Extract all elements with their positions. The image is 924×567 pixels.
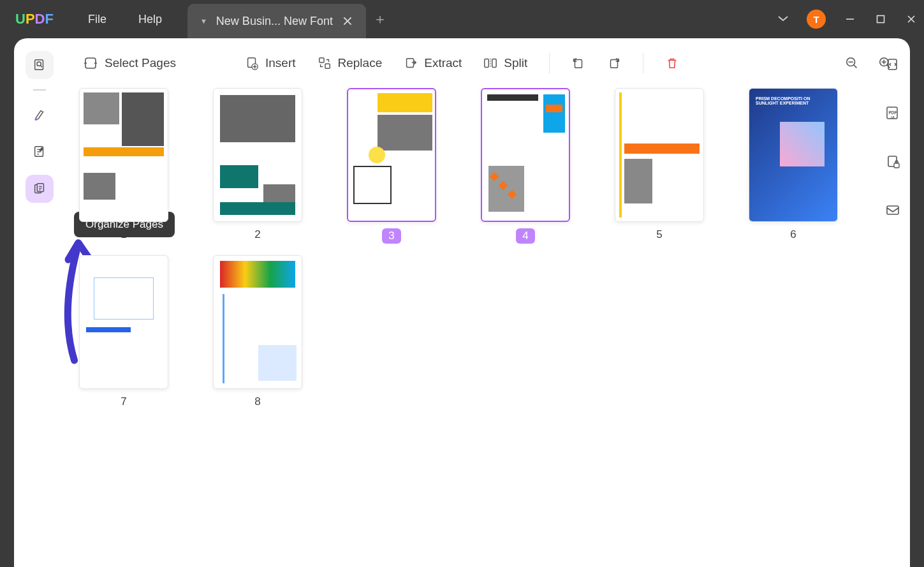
thumbnail-image — [213, 255, 302, 389]
insert-button[interactable]: Insert — [245, 56, 296, 70]
page-number: 5 — [656, 228, 662, 241]
right-sidebar: PDF/A — [874, 51, 911, 225]
insert-label: Insert — [265, 56, 296, 70]
chevron-down-icon[interactable]: ▼ — [200, 17, 207, 25]
select-pages-label: Select Pages — [105, 56, 176, 70]
page-number: 3 — [382, 228, 400, 244]
page-thumbnail[interactable]: 7 — [79, 255, 168, 408]
toolbar-separator — [643, 53, 643, 73]
select-pages-button[interactable]: Select Pages — [83, 55, 176, 71]
extract-button[interactable]: Extract — [404, 56, 462, 70]
thumbnail-image — [213, 88, 302, 222]
tab-strip: ▼ New Busin... New Font ＋ — [187, 0, 394, 38]
svg-rect-5 — [37, 184, 43, 192]
split-button[interactable]: Split — [483, 56, 527, 70]
organize-pages-tool[interactable] — [26, 175, 54, 203]
page-toolbar: Select Pages Insert Replace Extract Spli… — [65, 38, 910, 88]
svg-rect-23 — [894, 163, 899, 168]
svg-rect-12 — [485, 59, 488, 68]
chevron-down-icon[interactable] — [777, 14, 789, 24]
svg-rect-9 — [319, 58, 323, 63]
document-tab[interactable]: ▼ New Busin... New Font — [187, 4, 366, 38]
svg-text:PDF: PDF — [889, 110, 897, 115]
rotate-left-button[interactable] — [571, 56, 585, 70]
page-thumbnail[interactable]: 3 — [347, 88, 436, 244]
zoom-out-button[interactable] — [845, 56, 859, 70]
page-thumbnail[interactable]: PRISM DECOMPOSITI ON SUNLIGHT EXPERIMENT… — [749, 88, 838, 244]
rotate-right-button[interactable] — [607, 56, 621, 70]
extract-label: Extract — [424, 56, 462, 70]
convert-tool[interactable] — [879, 51, 907, 79]
search-tool[interactable] — [26, 51, 54, 79]
maximize-button[interactable] — [874, 15, 887, 24]
thumbnail-image — [79, 88, 168, 222]
title-bar: UPDF File Help ▼ New Busin... New Font ＋… — [0, 0, 924, 38]
page-number: 2 — [254, 228, 260, 241]
page-thumbnail[interactable]: 8 — [213, 255, 302, 408]
page-thumbnail[interactable]: 1 — [79, 88, 168, 244]
toolbar-separator — [549, 53, 550, 73]
svg-point-2 — [37, 62, 41, 66]
annotate-tool[interactable] — [26, 101, 54, 129]
pdfa-tool[interactable]: PDF/A — [879, 99, 907, 128]
page-thumbnail[interactable]: 5 — [615, 88, 704, 244]
protect-tool[interactable] — [879, 148, 907, 176]
menu-file[interactable]: File — [88, 13, 106, 26]
share-tool[interactable] — [879, 196, 907, 225]
close-button[interactable] — [905, 15, 918, 24]
page-number: 7 — [121, 395, 126, 408]
minimize-button[interactable] — [844, 15, 856, 24]
svg-rect-13 — [492, 59, 496, 68]
svg-rect-6 — [85, 58, 96, 68]
close-icon[interactable] — [342, 15, 353, 27]
svg-rect-24 — [887, 206, 898, 214]
svg-rect-10 — [325, 64, 329, 68]
svg-rect-14 — [575, 60, 582, 68]
content-area: Select Pages Insert Replace Extract Spli… — [65, 38, 910, 567]
replace-button[interactable]: Replace — [318, 56, 383, 70]
svg-rect-1 — [35, 60, 43, 70]
page-number: 4 — [516, 228, 534, 244]
thumbnail-image: PRISM DECOMPOSITI ON SUNLIGHT EXPERIMENT — [749, 88, 838, 222]
thumbnail-image — [79, 255, 168, 389]
new-tab-button[interactable]: ＋ — [366, 10, 394, 29]
edit-tool[interactable] — [26, 138, 54, 166]
replace-label: Replace — [338, 56, 383, 70]
svg-rect-15 — [611, 60, 618, 68]
pages-grid: 12345PRISM DECOMPOSITI ON SUNLIGHT EXPER… — [65, 88, 910, 567]
left-sidebar: Organize Pages — [14, 38, 65, 567]
delete-button[interactable] — [665, 56, 679, 70]
page-thumbnail[interactable]: 2 — [213, 88, 302, 244]
thumbnail-image — [347, 88, 436, 222]
thumbnail-image — [615, 88, 704, 222]
window-controls: T — [777, 10, 918, 29]
split-label: Split — [504, 56, 527, 70]
divider — [33, 89, 46, 91]
app-logo: UPDF — [0, 11, 69, 27]
user-avatar[interactable]: T — [807, 10, 826, 29]
page-number: 8 — [254, 395, 260, 408]
tab-title: New Busin... New Font — [216, 15, 333, 28]
svg-text:/A: /A — [891, 115, 895, 119]
thumbnail-image — [481, 88, 570, 222]
menu-help[interactable]: Help — [138, 13, 162, 26]
page-number: 6 — [790, 228, 796, 241]
svg-rect-0 — [877, 16, 884, 23]
main-menu: File Help — [88, 13, 162, 26]
main-panel: Organize Pages Select Pages Insert Repla… — [14, 38, 910, 567]
page-thumbnail[interactable]: 4 — [481, 88, 570, 244]
